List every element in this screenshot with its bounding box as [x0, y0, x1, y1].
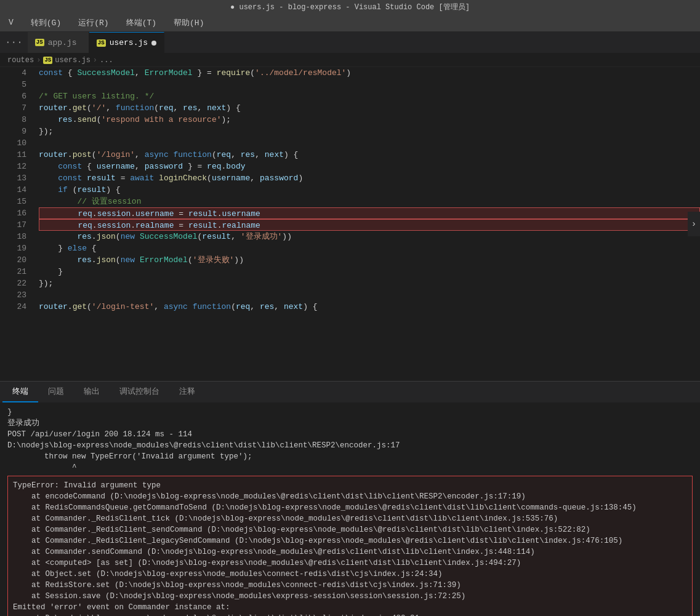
code-line-13: const result = await loginCheck(username…	[39, 172, 700, 184]
code-line-14: if (result) {	[39, 184, 700, 196]
error-line-8: at <computed> [as set] (D:\nodejs\blog-e…	[13, 558, 687, 569]
tab-app-js[interactable]: JS app.js	[28, 32, 89, 53]
code-line-4: const { SuccessModel, ErrorModel } = req…	[39, 67, 700, 79]
breadcrumb-routes: routes	[7, 56, 34, 65]
error-block: TypeError: Invalid argument type at enco…	[7, 476, 693, 616]
breadcrumb-ellipsis: ...	[100, 56, 113, 65]
terminal-tab-comments[interactable]: 注释	[169, 382, 205, 402]
error-line-3: at RedisCommandsQueue.getCommandToSend (…	[13, 502, 687, 513]
error-line-12: Emitted 'error' event on Commander insta…	[13, 602, 687, 613]
tab-users-js[interactable]: JS users.js	[89, 32, 164, 53]
terminal-tab-debug[interactable]: 调试控制台	[110, 382, 169, 402]
terminal-tab-terminal[interactable]: 终端	[2, 382, 38, 402]
terminal-tab-problems[interactable]: 问题	[38, 382, 74, 402]
terminal-line-path: D:\nodejs\blog-express\node_modules\@red…	[7, 440, 693, 451]
code-line-10	[39, 137, 700, 149]
error-line-11: at Session.save (D:\nodejs\blog-express\…	[13, 591, 687, 602]
menu-bar: V 转到(G) 运行(R) 终端(T) 帮助(H)	[0, 14, 700, 32]
tab-users-js-label: users.js	[110, 38, 148, 47]
code-line-8: res.send('respond with a resource');	[39, 114, 700, 126]
tab-more-button[interactable]: ···	[0, 32, 28, 53]
js-icon-users: JS	[97, 39, 106, 47]
terminal-tab-bar: 终端 问题 输出 调试控制台 注释	[0, 382, 700, 403]
code-line-9: });	[39, 126, 700, 137]
terminal-content[interactable]: } 登录成功 POST /api/user/login 200 18.124 m…	[0, 403, 700, 616]
code-line-19: } else {	[39, 242, 700, 254]
error-line-5: at Commander._RedisClient_sendCommand (D…	[13, 524, 687, 535]
error-line-13: at D:\nodejs\blog-express\node_modules\@…	[13, 613, 687, 616]
terminal-line-post: POST /api/user/login 200 18.124 ms - 114	[7, 429, 693, 440]
error-line-1: TypeError: Invalid argument type	[13, 480, 687, 491]
js-icon-app: JS	[35, 39, 44, 46]
code-content[interactable]: const { SuccessModel, ErrorModel } = req…	[34, 67, 700, 381]
error-line-4: at Commander._RedisClient_tick (D:\nodej…	[13, 513, 687, 524]
line-numbers: 4 5 6 7 8 9 10 11 12 13 14 15 16 17 18 1…	[0, 67, 34, 381]
breadcrumb-sep2: ›	[93, 56, 97, 65]
error-line-10: at RedisStore.set (D:\nodejs\blog-expres…	[13, 580, 687, 591]
tab-app-js-label: app.js	[48, 38, 77, 47]
terminal-line-caret: ^	[7, 462, 693, 473]
terminal-line-login-success: 登录成功	[7, 418, 693, 429]
panel-toggle-button[interactable]: ›	[688, 212, 700, 236]
code-line-22: });	[39, 278, 700, 289]
code-line-24: router.get('/login-test', async function…	[39, 301, 700, 313]
code-line-15: // 设置session	[39, 196, 700, 207]
menu-v[interactable]: V	[5, 17, 17, 28]
breadcrumb: routes › JS users.js › ...	[0, 54, 700, 67]
terminal-panel: 终端 问题 输出 调试控制台 注释 } 登录成功 POST /api/user/…	[0, 381, 700, 616]
code-line-18: res.json(new SuccessModel(result, '登录成功'…	[39, 231, 700, 242]
breadcrumb-js-icon: JS	[43, 57, 52, 64]
breadcrumb-sep1: ›	[36, 56, 41, 65]
menu-terminal[interactable]: 终端(T)	[123, 16, 160, 30]
breadcrumb-users-js: users.js	[55, 56, 91, 65]
code-line-11: router.post('/login', async function(req…	[39, 149, 700, 161]
code-line-21: }	[39, 266, 700, 278]
code-line-5	[39, 79, 700, 90]
title-text: ● users.js - blog-express - Visual Studi…	[230, 2, 470, 12]
terminal-line-throw: throw new TypeError('Invalid argument ty…	[7, 451, 693, 462]
error-line-6: at Commander._RedisClient_legacySendComm…	[13, 535, 687, 546]
terminal-tab-output[interactable]: 输出	[74, 382, 110, 402]
error-line-9: at Object.set (D:\nodejs\blog-express\no…	[13, 569, 687, 580]
terminal-line-brace: }	[7, 407, 693, 418]
code-line-16: req.session.username = result.username	[39, 207, 700, 219]
error-line-7: at Commander.sendCommand (D:\nodejs\blog…	[13, 546, 687, 558]
tab-bar: ··· JS app.js JS users.js	[0, 32, 700, 54]
code-line-6: /* GET users listing. */	[39, 90, 700, 102]
menu-goto[interactable]: 转到(G)	[27, 16, 65, 30]
menu-run[interactable]: 运行(R)	[74, 16, 112, 30]
unsaved-indicator	[151, 41, 156, 46]
code-line-17: req.session.realname = result.realname	[39, 219, 700, 231]
title-bar: ● users.js - blog-express - Visual Studi…	[0, 0, 700, 14]
code-line-12: const { username, password } = req.body	[39, 161, 700, 172]
editor-area: 4 5 6 7 8 9 10 11 12 13 14 15 16 17 18 1…	[0, 67, 700, 381]
menu-help[interactable]: 帮助(H)	[170, 16, 207, 30]
code-line-20: res.json(new ErrorModel('登录失败'))	[39, 254, 700, 266]
error-line-2: at encodeCommand (D:\nodejs\blog-express…	[13, 491, 687, 502]
code-line-7: router.get('/', function(req, res, next)…	[39, 102, 700, 114]
code-line-23	[39, 289, 700, 301]
